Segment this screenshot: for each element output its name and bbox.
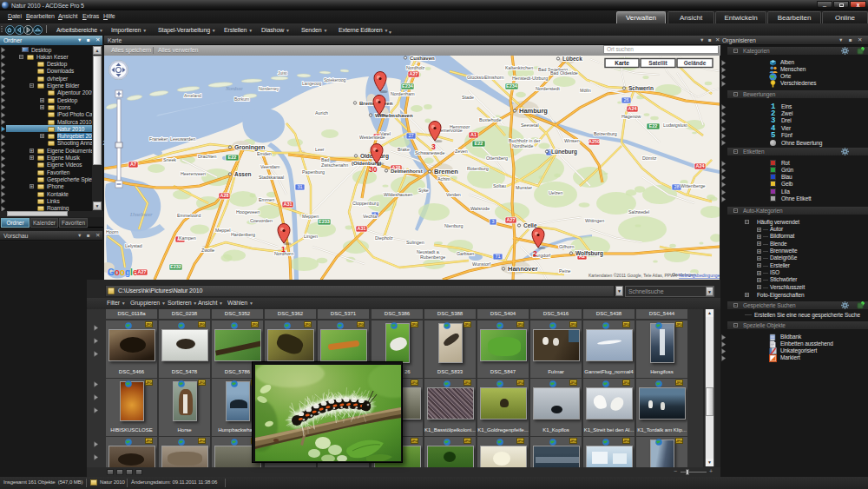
svg-text:Hannover: Hannover — [508, 265, 538, 273]
svg-text:Hardenberg: Hardenberg — [231, 232, 255, 237]
svg-text:Nutzungsbedingungen: Nutzungsbedingungen — [679, 273, 720, 278]
svg-text:Wolfsburg: Wolfsburg — [575, 250, 603, 257]
svg-text:Kampen: Kampen — [179, 235, 196, 241]
svg-text:Peine: Peine — [559, 268, 571, 274]
svg-text:Langeoog: Langeoog — [302, 81, 321, 86]
svg-text:Papenburg: Papenburg — [302, 169, 325, 175]
svg-text:Celle: Celle — [523, 222, 537, 228]
svg-text:Soltau: Soltau — [493, 183, 506, 188]
svg-text:Wittenberge: Wittenberge — [681, 183, 706, 188]
svg-text:Uelzen: Uelzen — [549, 190, 563, 195]
svg-text:Meppen: Meppen — [302, 214, 319, 219]
svg-text:E234: E234 — [506, 83, 518, 89]
svg-text:71: 71 — [495, 254, 500, 259]
svg-text:1: 1 — [281, 245, 286, 254]
svg-text:Norderney: Norderney — [259, 86, 279, 91]
svg-text:A27: A27 — [506, 217, 515, 222]
svg-text:Emmeloord: Emmeloord — [177, 213, 201, 218]
svg-text:3: 3 — [491, 219, 494, 224]
svg-text:Rotenburg: Rotenburg — [467, 166, 489, 171]
svg-text:Hagenow: Hagenow — [621, 114, 641, 119]
svg-text:Bad Oldesloe: Bad Oldesloe — [550, 70, 578, 76]
svg-text:Zeven: Zeven — [455, 149, 468, 154]
svg-text:Coevorden: Coevorden — [250, 218, 273, 223]
svg-text:E232: E232 — [170, 264, 181, 269]
svg-text:Drachten: Drachten — [198, 154, 217, 159]
svg-text:Leer: Leer — [315, 147, 325, 152]
svg-text:A31: A31 — [357, 226, 365, 231]
svg-text:Delmenhorst: Delmenhorst — [391, 169, 423, 174]
svg-text:Hemmoor: Hemmoor — [450, 124, 470, 129]
svg-text:26: 26 — [623, 97, 628, 102]
svg-text:Schwerin: Schwerin — [628, 85, 654, 91]
svg-text:Satellit: Satellit — [648, 60, 667, 66]
svg-text:Nienburg: Nienburg — [444, 223, 464, 228]
svg-text:Salzwedel: Salzwedel — [628, 209, 649, 215]
svg-text:Norderstedt: Norderstedt — [536, 86, 560, 91]
svg-text:Mölln: Mölln — [580, 88, 591, 93]
svg-text:3: 3 — [431, 142, 436, 151]
svg-text:Lübeck: Lübeck — [562, 56, 582, 62]
svg-text:28: 28 — [674, 184, 679, 189]
svg-text:Emden: Emden — [257, 151, 272, 156]
svg-text:Sulingen: Sulingen — [406, 240, 424, 245]
svg-text:2: 2 — [533, 249, 537, 258]
svg-text:Ottersberg: Ottersberg — [486, 155, 508, 161]
svg-text:Hoogeveen: Hoogeveen — [236, 209, 260, 215]
svg-text:Achim: Achim — [437, 176, 450, 182]
svg-text:Hoorn: Hoorn — [106, 229, 118, 235]
svg-text:E233: E233 — [319, 219, 330, 224]
svg-text:Winsen: Winsen — [564, 138, 580, 143]
svg-text:Hamburg: Hamburg — [519, 107, 548, 115]
svg-text:Walsrode: Walsrode — [470, 206, 490, 211]
svg-text:E22: E22 — [649, 123, 658, 129]
svg-text:Veendam: Veendam — [260, 164, 280, 169]
svg-text:A250: A250 — [589, 139, 600, 144]
svg-text:Lelystad: Lelystad — [125, 243, 142, 248]
svg-text:Ameland: Ameland — [184, 93, 201, 98]
svg-text:Gifhorn: Gifhorn — [559, 244, 574, 249]
svg-text:Franeker: Franeker — [149, 136, 168, 142]
svg-text:Aurich: Aurich — [315, 110, 328, 116]
svg-text:Assen: Assen — [234, 171, 252, 177]
svg-text:Nordheide: Nordheide — [512, 143, 533, 149]
svg-text:Stadskanaal: Stadskanaal — [259, 175, 284, 180]
svg-text:Heerenveen: Heerenveen — [181, 171, 206, 176]
svg-text:Google: Google — [108, 268, 138, 277]
svg-text:Leeuwarden: Leeuwarden — [170, 136, 195, 142]
svg-text:Spiekeroog: Spiekeroog — [324, 77, 346, 83]
svg-text:Cuxhaven: Cuxhaven — [410, 56, 435, 61]
svg-text:Meppel: Meppel — [215, 228, 230, 233]
svg-text:Elmshorn: Elmshorn — [484, 75, 503, 80]
svg-text:A31: A31 — [283, 202, 292, 207]
svg-text:Syke: Syke — [418, 188, 429, 193]
svg-text:E234: E234 — [402, 83, 414, 89]
svg-text:Munster: Munster — [516, 185, 532, 190]
svg-text:27: 27 — [408, 133, 413, 138]
svg-text:Zwolle: Zwolle — [201, 248, 214, 253]
svg-text:Dömitz: Dömitz — [642, 155, 657, 161]
svg-text:Brake: Brake — [398, 147, 410, 152]
svg-text:Zwischenahn: Zwischenahn — [321, 162, 348, 168]
svg-text:A28: A28 — [220, 193, 228, 198]
svg-text:Borkum: Borkum — [234, 96, 249, 102]
svg-text:Vechta: Vechta — [363, 214, 377, 219]
svg-text:A27: A27 — [409, 71, 418, 76]
svg-text:Verden: Verden — [446, 192, 461, 197]
svg-text:Cloppenburg: Cloppenburg — [352, 201, 378, 206]
svg-text:Emmen: Emmen — [259, 197, 274, 202]
svg-text:Kaltenkirchen: Kaltenkirchen — [505, 65, 533, 70]
svg-text:A1: A1 — [470, 132, 477, 137]
svg-text:Buxtehude: Buxtehude — [479, 117, 501, 122]
svg-text:30: 30 — [369, 165, 378, 174]
svg-text:Ludwigslust: Ludwigslust — [663, 122, 687, 128]
svg-text:Karte: Karte — [615, 60, 629, 66]
svg-text:A24: A24 — [628, 106, 637, 111]
svg-text:A7: A7 — [130, 162, 136, 167]
svg-text:Stade: Stade — [462, 95, 474, 100]
svg-text:Diepholz: Diepholz — [375, 235, 393, 241]
svg-text:Schwanewede: Schwanewede — [415, 150, 445, 155]
svg-text:Sneek: Sneek — [163, 157, 176, 162]
svg-text:E22: E22 — [228, 155, 237, 160]
svg-text:Groningen: Groningen — [234, 144, 265, 151]
